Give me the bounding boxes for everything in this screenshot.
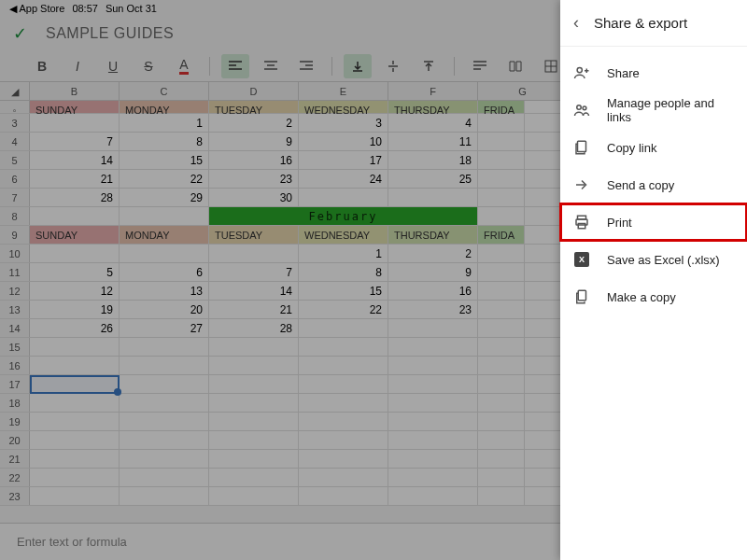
col-header[interactable]: D	[209, 82, 299, 100]
svg-rect-7	[578, 141, 586, 151]
wrap-button[interactable]	[466, 54, 494, 78]
underline-button[interactable]: U	[99, 54, 127, 78]
panel-item-label: Send a copy	[607, 178, 674, 192]
status-time: 08:57	[72, 3, 98, 14]
formula-placeholder: Enter text or formula	[17, 535, 127, 549]
divider	[209, 57, 210, 76]
divider	[331, 57, 332, 76]
strike-button[interactable]: S	[134, 54, 162, 78]
save-excel-item[interactable]: X Save as Excel (.xlsx)	[560, 241, 747, 278]
send-copy-item[interactable]: Send a copy	[560, 166, 747, 203]
col-header[interactable]: C	[120, 82, 209, 100]
align-center-button[interactable]	[257, 54, 285, 78]
share-item[interactable]: Share	[560, 54, 747, 91]
col-header[interactable]: B	[30, 82, 120, 100]
people-icon	[573, 102, 590, 119]
corner-cell[interactable]: ◢	[0, 82, 30, 100]
panel-item-label: Manage people and links	[607, 96, 734, 124]
bold-button[interactable]: B	[28, 54, 56, 78]
back-to-app[interactable]: ◀ App Store	[9, 3, 64, 15]
panel-item-label: Save as Excel (.xlsx)	[607, 253, 720, 267]
col-header[interactable]: F	[388, 82, 478, 100]
svg-rect-11	[578, 290, 585, 301]
share-export-panel: ‹ Share & export Share Manage people and…	[560, 0, 747, 560]
panel-item-label: Print	[607, 216, 632, 230]
col-header[interactable]: E	[299, 82, 388, 100]
panel-title: Share & export	[594, 15, 687, 31]
copy-icon	[573, 288, 590, 305]
panel-item-label: Copy link	[607, 141, 656, 155]
panel-item-label: Make a copy	[607, 290, 676, 304]
make-copy-item[interactable]: Make a copy	[560, 278, 747, 315]
copy-link-item[interactable]: Copy link	[560, 129, 747, 166]
merge-button[interactable]	[501, 54, 529, 78]
document-title: SAMPLE GUIDES	[46, 25, 174, 42]
italic-button[interactable]: I	[63, 54, 92, 78]
status-date: Sun Oct 31	[106, 3, 157, 14]
align-left-button[interactable]	[221, 54, 249, 78]
print-item[interactable]: Print	[560, 203, 747, 241]
confirm-icon[interactable]: ✓	[13, 23, 27, 44]
valign-middle-button[interactable]	[379, 54, 407, 78]
manage-item[interactable]: Manage people and links	[560, 91, 747, 129]
divider	[454, 57, 455, 76]
svg-point-4	[577, 67, 582, 72]
col-header[interactable]: G	[478, 82, 568, 100]
excel-icon: X	[573, 251, 590, 268]
link-copy-icon	[573, 139, 590, 156]
back-icon[interactable]: ‹	[573, 13, 579, 33]
print-icon	[573, 214, 590, 231]
valign-bottom-button[interactable]	[344, 54, 372, 78]
svg-point-5	[577, 105, 582, 110]
person-add-icon	[573, 64, 590, 81]
selected-cell-outline	[30, 375, 120, 394]
svg-point-6	[583, 106, 586, 110]
panel-item-label: Share	[607, 66, 640, 80]
send-icon	[573, 176, 590, 193]
valign-top-button[interactable]	[415, 54, 443, 78]
text-color-button[interactable]: A	[170, 54, 198, 78]
align-right-button[interactable]	[292, 54, 320, 78]
